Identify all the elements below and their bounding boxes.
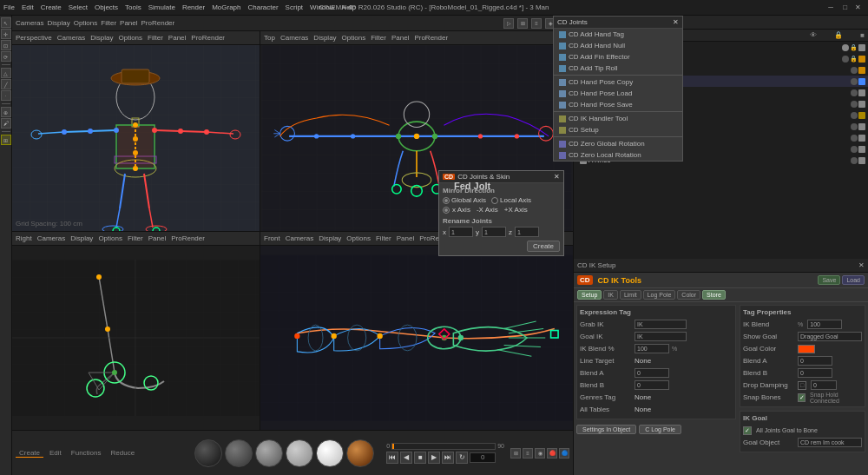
ik-tab-limit[interactable]: Limit (620, 290, 641, 300)
vp-top-cameras[interactable]: Cameras (280, 34, 308, 42)
cd-menu-add-hand-tag[interactable]: CD Add Hand Tag (554, 29, 682, 40)
menu-help[interactable]: Help (342, 3, 356, 11)
cd-menu-ik-handler-tool[interactable]: CD IK Handler Tool (554, 113, 682, 124)
tool-polygon[interactable]: △ (1, 68, 11, 78)
playback-create-tab[interactable]: Create (16, 449, 43, 458)
playback-edit-tab[interactable]: Edit (46, 449, 65, 457)
cd-menu-setup[interactable]: CD Setup (554, 124, 682, 135)
tool-select[interactable]: ↖ (1, 17, 11, 28)
material-gray[interactable] (255, 439, 283, 467)
tag-blend-b-input[interactable] (798, 368, 832, 378)
vp-front-panel[interactable]: Panel (397, 234, 414, 242)
material-black[interactable] (194, 439, 222, 467)
rename-z-input[interactable] (515, 227, 539, 237)
ik-tab-ik[interactable]: IK (603, 290, 618, 300)
radio-global-axis[interactable]: Global Axis (443, 196, 486, 204)
extra-btn-4[interactable]: 🔴 (547, 448, 557, 459)
tool-live-select[interactable]: ⊕ (1, 107, 11, 117)
vp-persp-label[interactable]: Perspective (16, 34, 52, 42)
current-frame[interactable]: 0 (470, 452, 496, 463)
vp-toolbar-filter[interactable]: Filter (101, 19, 116, 27)
window-minimize[interactable]: ─ (828, 3, 833, 11)
tool-paint[interactable]: 🖌 (1, 118, 11, 129)
vp-top-panel[interactable]: Panel (391, 34, 409, 42)
ik-btn-save[interactable]: Save (818, 275, 840, 285)
vp-front-filter[interactable]: Filter (376, 234, 391, 242)
vp-right-label[interactable]: Right (16, 234, 32, 242)
vp-right-options[interactable]: Options (98, 234, 122, 242)
cd-menu-hand-pose-save[interactable]: CD Hand Pose Save (554, 99, 682, 110)
vp-persp-panel[interactable]: Panel (168, 34, 186, 42)
play-fwd-btn[interactable]: ▶ (428, 452, 440, 464)
cd-menu-hand-pose-load[interactable]: CD Hand Pose Load (554, 88, 682, 99)
vp-persp-display[interactable]: Display (90, 34, 113, 42)
cd-menu-add-tip-roll[interactable]: CD Add Tip Roll (554, 63, 682, 74)
cd-joints-menu-close[interactable]: ✕ (673, 18, 679, 26)
menu-simulate[interactable]: Simulate (148, 3, 175, 11)
menu-edit[interactable]: Edit (22, 3, 34, 11)
play-stop-btn[interactable]: ■ (414, 452, 426, 464)
vp-persp-filter[interactable]: Filter (148, 34, 163, 42)
menu-objects[interactable]: Objects (95, 3, 118, 11)
rename-y-input[interactable] (482, 227, 506, 237)
goal-object-field[interactable]: CD rem Im cook (798, 438, 862, 447)
drop-damping-checkbox[interactable]: □ (798, 381, 806, 390)
ik-tab-color[interactable]: Color (677, 290, 700, 300)
vp-front-options[interactable]: Options (346, 234, 371, 242)
tool-point[interactable]: · (1, 90, 11, 101)
vp-top-label[interactable]: Top (264, 34, 275, 42)
vp-top-filter[interactable]: Filter (371, 34, 386, 42)
goal-ik-input[interactable] (635, 332, 687, 341)
ik-tab-setup[interactable]: Setup (577, 290, 602, 300)
viewport-perspective[interactable]: Perspective Cameras Display Options Filt… (12, 31, 260, 231)
extra-btn-1[interactable]: ⊞ (510, 448, 521, 459)
play-loop-btn[interactable]: ↻ (456, 452, 468, 464)
menu-file[interactable]: File (3, 3, 15, 11)
menu-character[interactable]: Character (247, 3, 278, 11)
menu-select[interactable]: Select (69, 3, 88, 11)
goal-color-swatch[interactable] (798, 345, 815, 353)
vp-toolbar-display[interactable]: Display (47, 19, 69, 27)
material-white[interactable] (316, 439, 344, 467)
vp-persp-prorender[interactable]: ProRender (191, 34, 225, 42)
vp-right-display[interactable]: Display (70, 234, 93, 242)
vp-toolbar-panel[interactable]: Panel (120, 19, 137, 27)
tool-scale[interactable]: ⊡ (1, 40, 11, 50)
vp-toolbar-prorender[interactable]: ProRender (141, 19, 175, 27)
tool-ik-chain[interactable]: ⊞ (1, 135, 11, 145)
vp-persp-cameras[interactable]: Cameras (57, 34, 85, 42)
vp-front-display[interactable]: Display (319, 234, 341, 242)
tool-move[interactable]: ✛ (1, 29, 11, 39)
btn-settings-object[interactable]: Settings In Object (576, 425, 636, 434)
menu-script[interactable]: Script (286, 3, 303, 11)
playback-reduce-tab[interactable]: Reduce (108, 449, 139, 457)
tag-blend-a-input[interactable] (798, 356, 832, 366)
vp-top-prorender[interactable]: ProRender (414, 34, 448, 42)
vp-right-cameras[interactable]: Cameras (37, 234, 65, 242)
radio-local-axis[interactable]: Local Axis (491, 196, 531, 204)
vp-toolbar-options[interactable]: Options (74, 19, 98, 27)
tool-edge[interactable]: ╱ (1, 79, 11, 89)
vp-right-panel[interactable]: Panel (148, 234, 166, 242)
tag-ik-blend-input[interactable] (807, 320, 842, 329)
blend-a-input[interactable] (635, 368, 669, 378)
menu-create[interactable]: Create (41, 3, 62, 11)
show-goal-dropdown[interactable]: Dragged Goal (798, 332, 862, 341)
ik-tab-store[interactable]: Store (702, 290, 726, 300)
all-joints-checkbox[interactable]: ✓ (743, 426, 752, 435)
ik-blend-input[interactable] (635, 344, 669, 353)
vp-front-label[interactable]: Front (264, 234, 280, 242)
playback-functions-tab[interactable]: Functions (68, 449, 105, 457)
vp-tool-btn-2[interactable]: ⊞ (517, 18, 528, 29)
play-prev-btn[interactable]: ◀ (400, 452, 412, 464)
window-close[interactable]: ✕ (855, 3, 861, 11)
drop-damping-input[interactable] (811, 380, 837, 390)
vp-right-prorender[interactable]: ProRender (171, 234, 205, 242)
viewport-front[interactable]: Front Cameras Display Options Filter Pan… (260, 232, 573, 430)
grab-ik-input[interactable] (635, 320, 687, 329)
material-dark-gray[interactable] (225, 439, 253, 467)
vp-toolbar-cameras[interactable]: Cameras (16, 19, 43, 27)
vp-top-options[interactable]: Options (342, 34, 366, 42)
create-button[interactable]: Create (527, 241, 560, 252)
menu-tools[interactable]: Tools (125, 3, 141, 11)
